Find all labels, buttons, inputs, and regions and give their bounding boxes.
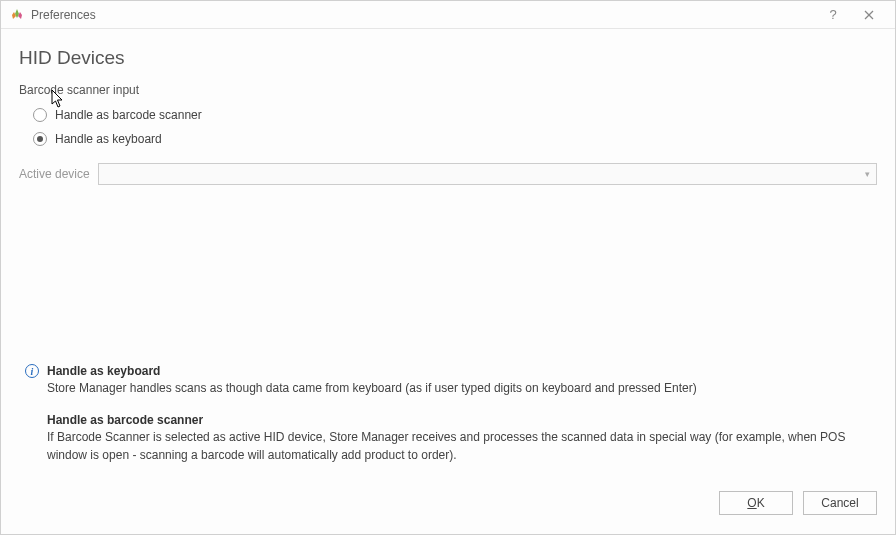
radio-barcode-scanner[interactable]: Handle as barcode scanner [33, 103, 877, 127]
radio-label: Handle as barcode scanner [55, 108, 202, 122]
page-title: HID Devices [19, 47, 877, 69]
titlebar: Preferences ? [1, 1, 895, 29]
window-title: Preferences [31, 8, 815, 22]
ok-button[interactable]: OK [719, 491, 793, 515]
radio-icon [33, 132, 47, 146]
chevron-down-icon: ▾ [865, 169, 870, 179]
info-icon: i [25, 364, 39, 378]
ok-rest: K [757, 496, 765, 510]
content-area: HID Devices Barcode scanner input Handle… [1, 29, 895, 486]
info-keyboard-desc: Store Manager handles scans as though da… [47, 380, 871, 397]
preferences-window: Preferences ? HID Devices Barcode scanne… [0, 0, 896, 535]
footer: OK Cancel [1, 486, 895, 534]
radio-keyboard[interactable]: Handle as keyboard [33, 127, 877, 151]
info-text: Handle as keyboard Store Manager handles… [47, 363, 871, 464]
info-barcode-desc: If Barcode Scanner is selected as active… [47, 429, 871, 464]
info-box: i Handle as keyboard Store Manager handl… [25, 363, 871, 464]
info-barcode-title: Handle as barcode scanner [47, 412, 871, 429]
active-device-dropdown[interactable]: ▾ [98, 163, 877, 185]
info-keyboard-title: Handle as keyboard [47, 363, 871, 380]
app-icon [9, 7, 25, 23]
radio-icon [33, 108, 47, 122]
active-device-label: Active device [19, 167, 90, 181]
close-icon [864, 10, 874, 20]
radio-label: Handle as keyboard [55, 132, 162, 146]
cancel-label: Cancel [821, 496, 858, 510]
help-button[interactable]: ? [815, 1, 851, 29]
close-button[interactable] [851, 1, 887, 29]
section-label: Barcode scanner input [19, 83, 877, 97]
radio-group: Handle as barcode scanner Handle as keyb… [33, 103, 877, 151]
active-device-row: Active device ▾ [19, 163, 877, 185]
cancel-button[interactable]: Cancel [803, 491, 877, 515]
